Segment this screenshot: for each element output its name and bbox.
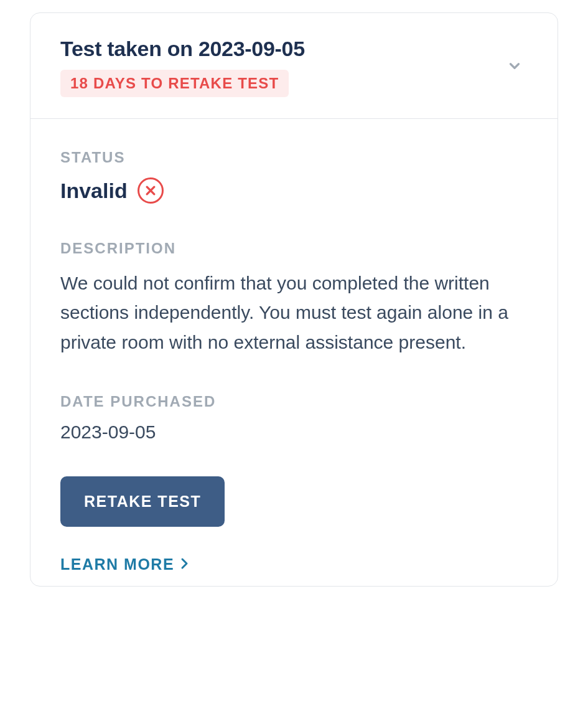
chevron-down-icon — [506, 58, 523, 77]
status-label: STATUS — [60, 149, 528, 166]
test-result-card: Test taken on 2023-09-05 18 DAYS TO RETA… — [30, 12, 558, 587]
collapse-toggle[interactable] — [502, 53, 528, 82]
invalid-x-icon — [138, 177, 164, 204]
description-text: We could not confirm that you completed … — [60, 268, 528, 357]
chevron-right-icon — [180, 555, 189, 573]
retake-countdown-badge: 18 DAYS TO RETAKE TEST — [60, 70, 289, 97]
header-left: Test taken on 2023-09-05 18 DAYS TO RETA… — [60, 37, 305, 97]
learn-more-link[interactable]: LEARN MORE — [60, 555, 189, 573]
card-header: Test taken on 2023-09-05 18 DAYS TO RETA… — [30, 13, 558, 119]
status-row: Invalid — [60, 177, 528, 204]
card-body: STATUS Invalid DESCRIPTION We could not … — [30, 119, 558, 586]
date-purchased-value: 2023-09-05 — [60, 422, 528, 443]
learn-more-label: LEARN MORE — [60, 555, 174, 573]
description-label: DESCRIPTION — [60, 240, 528, 257]
card-title: Test taken on 2023-09-05 — [60, 37, 305, 61]
status-value: Invalid — [60, 179, 128, 203]
date-purchased-label: DATE PURCHASED — [60, 393, 528, 410]
retake-test-button[interactable]: RETAKE TEST — [60, 476, 225, 527]
